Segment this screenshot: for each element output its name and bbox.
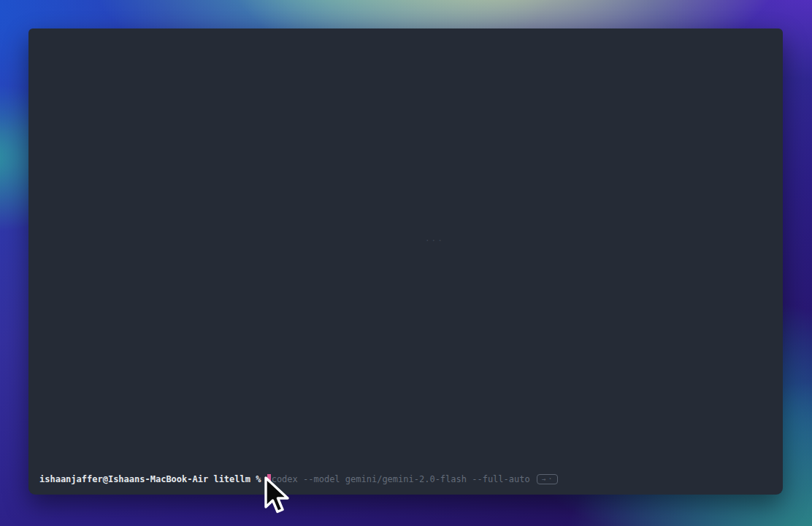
shell-prompt-text: ishaanjaffer@Ishaans-MacBook-Air litellm… <box>39 473 267 485</box>
command-suggestion-text: codex --model gemini/gemini-2.0-flash --… <box>272 473 530 485</box>
terminal-window[interactable]: ··· ishaanjaffer@Ishaans-MacBook-Air lit… <box>28 28 783 495</box>
right-arrow-icon: → <box>542 475 545 484</box>
dot-icon: · <box>548 475 552 484</box>
terminal-prompt-line[interactable]: ishaanjaffer@Ishaans-MacBook-Air litellm… <box>39 473 558 485</box>
loading-dots: ··· <box>425 236 444 245</box>
text-cursor-caret <box>267 474 271 485</box>
autocomplete-hint-badge: →· <box>537 474 558 484</box>
